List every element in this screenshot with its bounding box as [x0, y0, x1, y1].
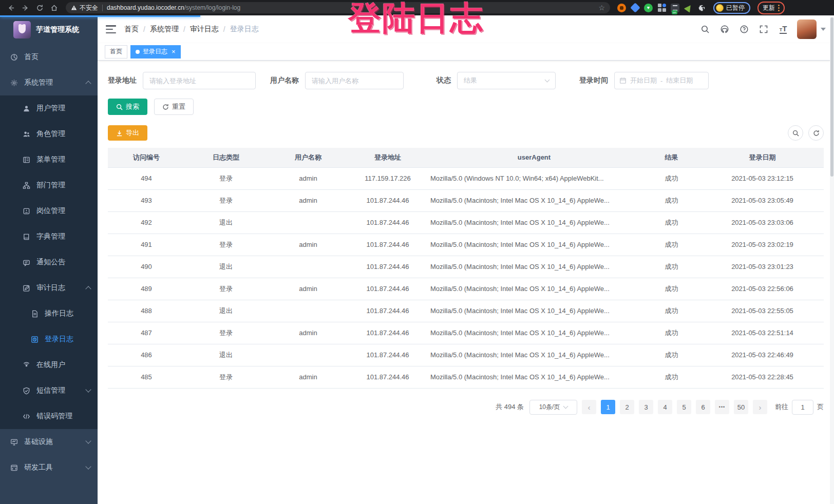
org-tree-icon [23, 182, 30, 189]
login-log-table: 访问编号 日志类型 用户名称 登录地址 userAgent 结果 登录日期 49… [108, 148, 824, 389]
sidebar-item-login-log[interactable]: 登录日志 [0, 326, 98, 352]
refresh-table-button[interactable] [808, 125, 824, 141]
tag-home[interactable]: 首页 [105, 45, 127, 59]
toggle-search-button[interactable] [788, 125, 803, 141]
sidebar-item-audit-log[interactable]: 审计日志 [0, 275, 98, 301]
page-button-2[interactable]: 2 [620, 400, 634, 414]
browser-home-icon[interactable] [48, 2, 60, 13]
sidebar-item-sms[interactable]: 短信管理 [0, 378, 98, 403]
monitor-icon [10, 438, 18, 446]
extension-grid-icon[interactable] [657, 4, 666, 12]
export-button[interactable]: 导出 [108, 125, 147, 141]
extensions-row: ♥ on [617, 4, 706, 12]
navbar-actions: TT [699, 20, 826, 39]
extension-orange-icon[interactable] [617, 4, 626, 12]
browser-forward-icon[interactable] [20, 2, 31, 13]
more-pages-button[interactable]: ••• [715, 400, 729, 414]
breadcrumb: 首页 / 系统管理 / 审计日志 / 登录日志 [124, 25, 259, 34]
address-bar[interactable]: 不安全 dashboard.yudao.iocoder.cn/system/lo… [66, 2, 610, 13]
sidebar-item-users[interactable]: 用户管理 [0, 95, 98, 121]
font-size-icon[interactable]: TT [778, 24, 789, 35]
page-button-3[interactable]: 3 [639, 400, 653, 414]
col-header-date: 登录日期 [701, 148, 824, 167]
browser-update-button[interactable]: 更新 [757, 2, 785, 14]
status-select[interactable]: 结果 [457, 72, 556, 89]
goto-page: 前往 页 [775, 400, 824, 415]
table-toolbar: 导出 [108, 125, 824, 141]
sidebar-item-posts[interactable]: 岗位管理 [0, 198, 98, 224]
browser-profile-paused-badge[interactable]: 已暂停 [713, 2, 750, 14]
page-size-select[interactable]: 10条/页 [529, 400, 577, 415]
breadcrumb-system[interactable]: 系统管理 [150, 25, 179, 34]
book-icon [23, 233, 30, 241]
dashboard-icon [10, 53, 18, 61]
col-header-address: 登录地址 [349, 148, 426, 167]
online-icon [23, 361, 30, 369]
not-secure-warning[interactable]: 不安全 [71, 4, 98, 12]
warning-triangle-icon [71, 5, 77, 11]
breadcrumb-audit-log[interactable]: 审计日志 [190, 25, 219, 34]
table-row: 490退出101.87.244.46Mozilla/5.0 (Macintosh… [108, 256, 824, 278]
refresh-icon [162, 104, 169, 110]
sidebar-item-home[interactable]: 首页 [0, 44, 98, 70]
sidebar-item-system[interactable]: 系统管理 [0, 70, 98, 95]
user-avatar[interactable] [797, 20, 826, 39]
extension-list-on-icon[interactable]: on [671, 4, 679, 12]
omnibox-divider [102, 5, 103, 11]
login-address-input[interactable] [143, 72, 256, 89]
sidebar-item-menus[interactable]: 菜单管理 [0, 147, 98, 172]
active-tag-dot [136, 50, 140, 54]
breadcrumb-login-log: 登录日志 [230, 25, 259, 34]
chevron-up-icon [85, 81, 91, 86]
table-header-row: 访问编号 日志类型 用户名称 登录地址 userAgent 结果 登录日期 [108, 148, 824, 167]
extension-blue-icon[interactable] [631, 4, 639, 12]
reset-button[interactable]: 重置 [154, 99, 194, 115]
sidebar-item-dict[interactable]: 字典管理 [0, 224, 98, 249]
scrollbar[interactable] [830, 15, 834, 504]
page-button-4[interactable]: 4 [658, 400, 672, 414]
page-button-5[interactable]: 5 [677, 400, 691, 414]
table-tools [788, 125, 824, 141]
login-address-label: 登录地址 [108, 76, 137, 85]
browser-back-icon[interactable] [5, 2, 16, 13]
sidebar-item-error-code[interactable]: 错误码管理 [0, 403, 98, 429]
bookmark-star-icon[interactable]: ☆ [598, 4, 605, 11]
login-log-icon [31, 336, 39, 343]
breadcrumb-home[interactable]: 首页 [124, 25, 139, 34]
page-button-6[interactable]: 6 [696, 400, 710, 414]
scrollbar-thumb[interactable] [830, 17, 833, 177]
sidebar-item-departments[interactable]: 部门管理 [0, 172, 98, 198]
sidebar-item-notice[interactable]: 通知公告 [0, 249, 98, 275]
fullscreen-icon[interactable] [758, 24, 769, 35]
browser-reload-icon[interactable] [34, 2, 45, 13]
extensions-puzzle-icon[interactable] [697, 4, 706, 12]
role-icon [23, 130, 30, 138]
search-icon[interactable] [699, 24, 711, 35]
date-range-picker[interactable]: 开始日期 - 结束日期 [614, 72, 709, 89]
user-icon [23, 105, 30, 112]
col-header-agent: userAgent [426, 148, 642, 167]
prev-page-button[interactable]: ‹ [582, 400, 596, 414]
username-input[interactable] [305, 72, 404, 89]
next-page-button[interactable]: › [753, 400, 767, 414]
github-icon[interactable] [719, 24, 730, 35]
hamburger-icon[interactable] [106, 25, 116, 33]
sidebar-item-dev-tools[interactable]: 研发工具 [0, 455, 98, 480]
goto-page-input[interactable] [792, 400, 813, 415]
sidebar-item-operation-log[interactable]: 操作日志 [0, 301, 98, 326]
page-button-50[interactable]: 50 [734, 400, 748, 414]
tag-login-log[interactable]: 登录日志 × [130, 45, 181, 59]
browser-menu-icon[interactable] [778, 5, 780, 11]
sidebar-item-infrastructure[interactable]: 基础设施 [0, 429, 98, 455]
help-icon[interactable] [738, 24, 750, 35]
sidebar-item-online-users[interactable]: 在线用户 [0, 352, 98, 378]
extension-heart-icon[interactable]: ♥ [644, 4, 653, 12]
app-logo[interactable]: 芋道管理系统 [0, 15, 98, 44]
extension-leaf-icon[interactable] [684, 4, 693, 12]
search-button[interactable]: 搜索 [108, 99, 147, 115]
chevron-down-icon [85, 463, 91, 469]
page-button-1[interactable]: 1 [601, 400, 615, 414]
tags-view-bar: 首页 登录日志 × [98, 43, 834, 61]
sidebar-item-roles[interactable]: 角色管理 [0, 121, 98, 147]
close-icon[interactable]: × [172, 48, 176, 55]
